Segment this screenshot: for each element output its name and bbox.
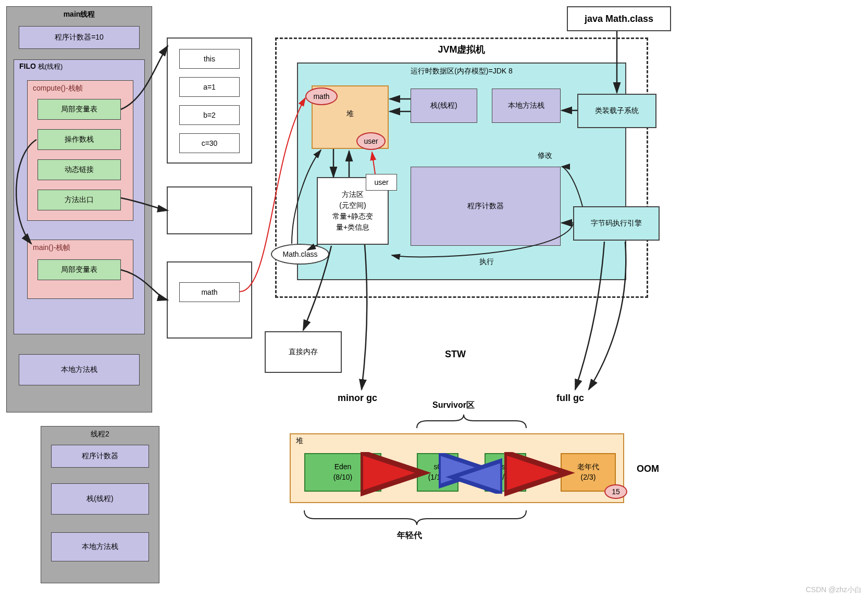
arrows-layer	[0, 0, 868, 601]
watermark: CSDN @zhz小白	[805, 585, 862, 595]
diagram-canvas: main线程 程序计数器=10 FILO 栈(线程) compute()-栈帧 …	[0, 0, 868, 601]
